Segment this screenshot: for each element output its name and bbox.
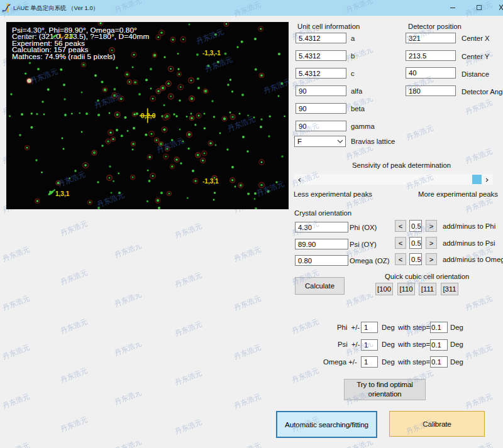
svg-text:0,2,0: 0,2,0	[141, 112, 156, 119]
